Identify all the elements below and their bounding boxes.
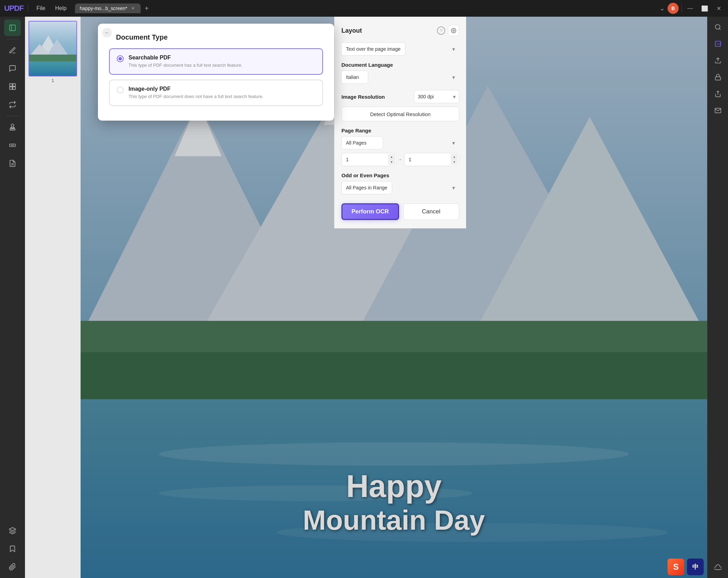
sidebar-divider-1 xyxy=(6,39,19,39)
dialog-title: Document Type xyxy=(109,33,323,41)
svg-marker-11 xyxy=(9,528,15,531)
titlebar-right: ⌄ B — ⬜ ✕ xyxy=(660,3,724,14)
svg-rect-2 xyxy=(9,84,12,86)
layout-dropdown[interactable]: Text over the page image Text only Image… xyxy=(341,42,405,56)
ocr-dialog: ← Document Type Searchable PDF This type… xyxy=(98,24,334,121)
title-divider xyxy=(28,4,28,13)
image-res-row: Image Resolution 72 dpi 150 dpi 300 dpi … xyxy=(341,90,459,103)
page-number: 1 xyxy=(51,78,54,83)
doc-language-title: Document Language xyxy=(341,62,459,68)
right-sidebar: OCR xyxy=(707,17,728,578)
sidebar-icon-bookmark[interactable] xyxy=(4,540,21,557)
tab-close-button[interactable]: ✕ xyxy=(130,6,136,11)
detect-btn-container: Detect Optimal Resolution xyxy=(341,107,459,121)
sidebar-icon-form[interactable] xyxy=(4,155,21,172)
right-lock-button[interactable] xyxy=(710,70,726,85)
active-tab[interactable]: happy-mo...b_screen* ✕ xyxy=(75,3,141,13)
user-avatar[interactable]: B xyxy=(668,3,679,14)
searchable-pdf-title: Searchable PDF xyxy=(129,55,242,61)
sidebar-icon-comment[interactable] xyxy=(4,60,21,77)
tab-bar: happy-mo...b_screen* ✕ + xyxy=(75,3,655,13)
layout-dropdown-wrapper: Text over the page image Text only Image… xyxy=(341,42,459,56)
svg-rect-6 xyxy=(10,129,15,130)
maximize-button[interactable]: ⬜ xyxy=(698,5,711,12)
sidebar-icon-layers[interactable] xyxy=(4,522,21,539)
sidebar-icon-pen[interactable] xyxy=(4,42,21,59)
right-cloud-button[interactable] xyxy=(710,560,726,575)
detect-optimal-button[interactable]: Detect Optimal Resolution xyxy=(341,107,459,121)
image-only-pdf-desc: This type of PDF document does not have … xyxy=(129,93,264,100)
thumbnail-panel: Happy Mountain Day 1 xyxy=(25,17,81,578)
logo-s: S xyxy=(668,559,684,575)
svg-rect-0 xyxy=(9,25,15,31)
bottom-logos: S 中 xyxy=(668,559,704,575)
dialog-overlay: ← Document Type Searchable PDF This type… xyxy=(81,17,707,578)
range-start-down[interactable]: ▼ xyxy=(388,160,395,165)
perform-ocr-button[interactable]: Perform OCR xyxy=(341,203,399,220)
layout-title: Layout xyxy=(341,27,362,34)
doc-language-wrapper: Italian English French German Spanish xyxy=(341,71,459,84)
layout-header: Layout ? xyxy=(341,25,459,36)
range-start-up[interactable]: ▲ xyxy=(388,154,395,160)
image-only-radio[interactable] xyxy=(117,87,124,93)
range-end-down[interactable]: ▼ xyxy=(451,160,458,165)
sidebar-bottom xyxy=(4,522,21,575)
range-dash: - xyxy=(399,156,402,163)
sidebar-icon-stamp[interactable] xyxy=(4,119,21,136)
radio-inner xyxy=(118,57,122,60)
right-share-button[interactable] xyxy=(710,86,726,101)
right-save-button[interactable] xyxy=(710,53,726,68)
svg-rect-3 xyxy=(13,84,15,86)
logo-ch: 中 xyxy=(687,559,704,575)
page-range-dropdown[interactable]: All Pages Custom Range Odd Pages Even Pa… xyxy=(341,136,383,149)
odd-even-title: Odd or Even Pages xyxy=(341,172,459,178)
right-search-button[interactable] xyxy=(710,19,726,35)
main-layout: Happy Mountain Day 1 xyxy=(0,17,728,578)
odd-even-dropdown[interactable]: All Pages in Range Odd Pages Only Even P… xyxy=(341,181,392,194)
layout-help-icon[interactable]: ? xyxy=(437,26,445,35)
titlebar: UPDF File Help happy-mo...b_screen* ✕ + … xyxy=(0,0,728,17)
sidebar-icon-edit[interactable] xyxy=(4,19,21,36)
sidebar-icon-convert[interactable] xyxy=(4,96,21,113)
range-start-wrapper: ▲ ▼ xyxy=(341,153,397,166)
thumbnail-item[interactable]: Happy Mountain Day 1 xyxy=(28,21,77,83)
menu-help[interactable]: Help xyxy=(51,4,71,13)
sidebar-icon-organize[interactable] xyxy=(4,78,21,95)
doc-language-section: Document Language Italian English French… xyxy=(341,62,459,84)
thumbnail-image: Happy Mountain Day xyxy=(28,21,77,76)
tab-label: happy-mo...b_screen* xyxy=(80,6,127,11)
close-button[interactable]: ✕ xyxy=(714,5,724,12)
dialog-back-button[interactable]: ← xyxy=(102,28,112,38)
doc-language-dropdown[interactable]: Italian English French German Spanish xyxy=(341,71,368,84)
cancel-button[interactable]: Cancel xyxy=(403,203,460,220)
svg-line-33 xyxy=(719,29,720,30)
win-divider xyxy=(681,4,682,13)
range-end-spinners: ▲ ▼ xyxy=(451,154,458,165)
svg-point-32 xyxy=(715,25,720,29)
menu-file[interactable]: File xyxy=(32,4,50,13)
image-res-wrapper: 72 dpi 150 dpi 300 dpi 600 dpi xyxy=(414,90,459,103)
right-email-button[interactable] xyxy=(710,103,726,118)
menu-bar: File Help xyxy=(32,4,71,13)
range-end-wrapper: ▲ ▼ xyxy=(404,153,460,166)
image-only-pdf-option[interactable]: Image-only PDF This type of PDF document… xyxy=(109,80,323,106)
svg-point-31 xyxy=(453,30,454,31)
ocr-settings-panel: Layout ? Text over the page image xyxy=(334,17,466,228)
tab-dropdown-button[interactable]: ⌄ xyxy=(660,5,665,12)
minimize-button[interactable]: — xyxy=(685,5,696,11)
app-logo: UPDF xyxy=(4,4,24,13)
searchable-radio[interactable] xyxy=(117,55,124,62)
page-range-wrapper: All Pages Custom Range Odd Pages Even Pa… xyxy=(341,136,459,149)
sidebar-icon-redact[interactable] xyxy=(4,137,21,154)
image-resolution-dropdown[interactable]: 72 dpi 150 dpi 300 dpi 600 dpi xyxy=(414,90,459,103)
sidebar-icon-attachment[interactable] xyxy=(4,559,21,575)
tab-add-button[interactable]: + xyxy=(142,5,152,13)
action-buttons: Perform OCR Cancel xyxy=(341,203,459,220)
right-ocr-button[interactable]: OCR xyxy=(710,36,726,51)
layout-gear-button[interactable] xyxy=(448,25,459,36)
searchable-pdf-option[interactable]: Searchable PDF This type of PDF document… xyxy=(109,48,323,75)
page-range-title: Page Range xyxy=(341,128,459,133)
svg-rect-37 xyxy=(715,77,720,80)
range-end-up[interactable]: ▲ xyxy=(451,154,458,160)
image-resolution-section: Image Resolution 72 dpi 150 dpi 300 dpi … xyxy=(341,90,459,121)
